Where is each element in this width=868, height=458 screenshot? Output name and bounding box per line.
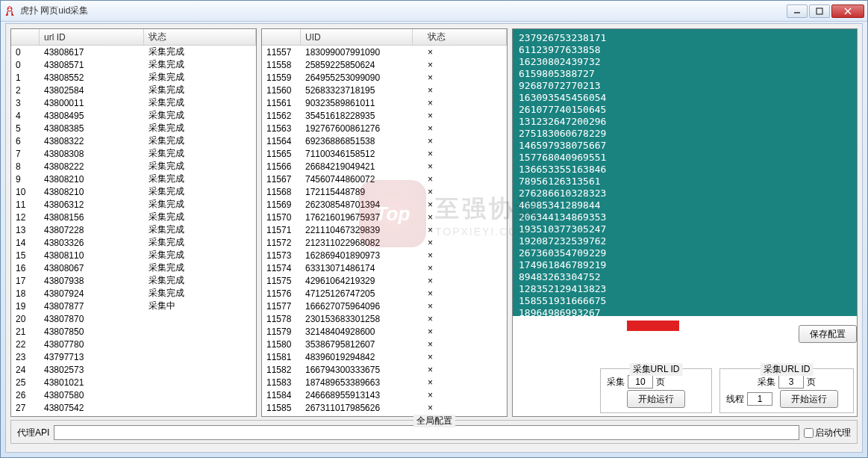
- table-row[interactable]: 2643807580: [11, 389, 256, 401]
- table-row[interactable]: 2043807870: [11, 312, 256, 325]
- enable-proxy-check[interactable]: [804, 428, 814, 438]
- col-idx[interactable]: [262, 29, 301, 45]
- table-row[interactable]: 943808210采集完成: [11, 173, 256, 185]
- table-row[interactable]: 11572212311022968082×: [262, 236, 507, 249]
- table-row[interactable]: 1158424666895591314​3×: [262, 389, 507, 401]
- right-controls: 保存配置: [513, 316, 857, 368]
- log-line: 16230802439732: [519, 56, 851, 68]
- table-row[interactable]: 1643808067采集完成: [11, 262, 256, 274]
- table-row[interactable]: 1443803326采集完成: [11, 236, 256, 249]
- table-row[interactable]: 11585267311017985626×: [262, 401, 507, 414]
- table-row[interactable]: 11557183099007991090×: [262, 46, 507, 58]
- table-row[interactable]: 1158216679430033367​5×: [262, 363, 507, 376]
- table-row[interactable]: 743808308采集完成: [11, 147, 256, 160]
- table-row[interactable]: 1156626684219049421×: [262, 160, 507, 173]
- pages-input-1[interactable]: [628, 375, 653, 389]
- log-line: 174961846789219: [519, 259, 851, 271]
- table-row[interactable]: 1143806312采集完成: [11, 198, 256, 211]
- table-row[interactable]: 11586275876146109022×: [262, 414, 507, 416]
- save-config-button[interactable]: 保存配置: [799, 325, 857, 343]
- table-row[interactable]: 1156469236886851538×: [262, 134, 507, 147]
- table-row[interactable]: 1157542961064219329×: [262, 274, 507, 287]
- table-row[interactable]: 1043808210采集完成: [11, 185, 256, 198]
- group-legend: 采集URL ID: [761, 363, 814, 376]
- table-row[interactable]: 1158148396019294842×: [262, 350, 507, 363]
- right-panel: 237926753238171611239776338​581623080243…: [512, 28, 858, 417]
- table-row[interactable]: 1843807924采集完成: [11, 287, 256, 300]
- table-row[interactable]: 1343807228采集完成: [11, 223, 256, 236]
- close-button[interactable]: [831, 4, 864, 18]
- table-row[interactable]: 1157463313071486174×: [262, 262, 507, 274]
- table-row[interactable]: 1743807938采集完成: [11, 274, 256, 287]
- url-grid-body[interactable]: 043808617采集完成043808571采集完成143808552采集完成2…: [11, 46, 256, 416]
- titlebar: 虎扑 网页uid采集: [1, 1, 867, 22]
- uid-grid-body[interactable]: 11557183099007991090×1155825859225850624…: [262, 46, 507, 416]
- enable-proxy-checkbox[interactable]: 启动代理: [804, 427, 851, 439]
- col-uid[interactable]: UID: [301, 29, 413, 45]
- col-url-id[interactable]: url ID: [40, 29, 144, 45]
- table-row[interactable]: 1157647125126747205×: [262, 287, 507, 300]
- table-row[interactable]: 1243808156采集完成: [11, 211, 256, 223]
- table-row[interactable]: 043808617采集完成: [11, 46, 256, 58]
- table-row[interactable]: 11570176216019675937×: [262, 211, 507, 223]
- table-row[interactable]: 443808495采集完成: [11, 109, 256, 122]
- table-row[interactable]: 1156052683323718195×: [262, 84, 507, 96]
- collect-suffix: 页: [656, 376, 665, 389]
- table-row[interactable]: 143808552采集完成: [11, 71, 256, 84]
- proxy-api-input[interactable]: [54, 425, 799, 440]
- table-row[interactable]: 2343797713: [11, 350, 256, 363]
- table-row[interactable]: 11578230153683301258×: [262, 312, 507, 325]
- log-line: 192087232539762: [519, 235, 851, 247]
- table-row[interactable]: 1155825859225850624×: [262, 58, 507, 71]
- col-status[interactable]: 状态: [144, 29, 256, 45]
- window-buttons: [785, 4, 864, 18]
- table-row[interactable]: 2443802573: [11, 363, 256, 376]
- log-line: 157768040969551: [519, 152, 851, 164]
- table-row[interactable]: 1156190323589861011×: [262, 96, 507, 109]
- table-row[interactable]: 643808322采集完成: [11, 134, 256, 147]
- col-idx[interactable]: [11, 29, 40, 45]
- pages-input-2[interactable]: [778, 375, 804, 389]
- collect-url-group-2: 采集URL ID 采集 页 线程 开始运行: [719, 368, 854, 413]
- uid-grid-header: UID 状态: [262, 29, 507, 46]
- url-grid: url ID 状态 043808617采集完成043808571采集完成1438…: [10, 28, 257, 417]
- table-row[interactable]: 1543808110采集完成: [11, 249, 256, 262]
- log-line: 267360354709229: [519, 247, 851, 259]
- table-row[interactable]: 343800011采集完成: [11, 96, 256, 109]
- log-line: 146597938075667: [519, 140, 851, 152]
- table-row[interactable]: 543808385采集完成: [11, 122, 256, 134]
- table-row[interactable]: 1156235451618228935×: [262, 109, 507, 122]
- table-row[interactable]: 11577166627075964096×: [262, 300, 507, 312]
- table-row[interactable]: 2843806909: [11, 414, 256, 416]
- log-line: 163093545456​054: [519, 92, 851, 104]
- table-row[interactable]: 1943807877采集中: [11, 300, 256, 312]
- minimize-button[interactable]: [787, 4, 808, 18]
- table-row[interactable]: 11583187489653389663×: [262, 376, 507, 389]
- start-button-2[interactable]: 开始运行: [780, 390, 838, 408]
- table-row[interactable]: 1157316286940189097​3×: [262, 249, 507, 262]
- table-row[interactable]: 1156319276760086127​6×: [262, 122, 507, 134]
- log-terminal[interactable]: 237926753238171611239776338​581623080243…: [513, 29, 857, 316]
- table-row[interactable]: 243802584采集完成: [11, 84, 256, 96]
- table-row[interactable]: 2743807542: [11, 401, 256, 414]
- table-row[interactable]: 2143807850: [11, 325, 256, 338]
- table-row[interactable]: 1156571100346158512×: [262, 147, 507, 160]
- log-line: 237926753238171: [519, 32, 851, 44]
- thread-input[interactable]: [747, 392, 772, 406]
- table-row[interactable]: 11569262308548701394×: [262, 198, 507, 211]
- table-row[interactable]: 1158035386795812607×: [262, 338, 507, 350]
- table-row[interactable]: 1156774560744860072×: [262, 173, 507, 185]
- maximize-button[interactable]: [809, 4, 830, 18]
- table-row[interactable]: 2243807780: [11, 338, 256, 350]
- table-row[interactable]: 11559264955253099090×: [262, 71, 507, 84]
- global-legend: 全局配置: [413, 415, 455, 427]
- table-row[interactable]: 2543801021: [11, 376, 256, 389]
- col-status[interactable]: 状态: [413, 29, 507, 45]
- start-button-1[interactable]: 开始运行: [627, 390, 685, 408]
- log-line: 206344134869353: [519, 211, 851, 223]
- table-row[interactable]: 11568172115448789×: [262, 185, 507, 198]
- table-row[interactable]: 843808222采集完成: [11, 160, 256, 173]
- table-row[interactable]: 1157932148404928600×: [262, 325, 507, 338]
- table-row[interactable]: 11571221110467329839×: [262, 223, 507, 236]
- table-row[interactable]: 043808571采集完成: [11, 58, 256, 71]
